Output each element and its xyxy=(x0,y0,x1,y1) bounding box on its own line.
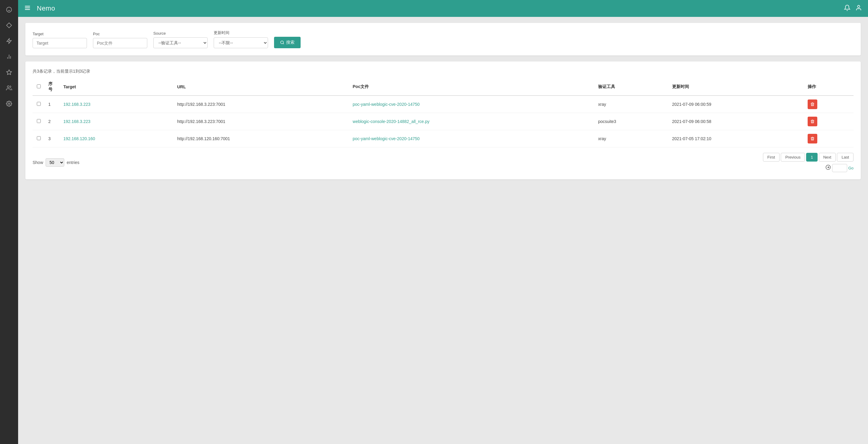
source-filter-group: Source --验证工具-- xray pocsuite3 其他 xyxy=(153,31,208,48)
svg-point-0 xyxy=(7,7,12,12)
goto-input[interactable] xyxy=(832,164,847,172)
table-footer: Show 10 25 50 100 entries First Previous… xyxy=(33,153,854,172)
row-checkbox-1[interactable] xyxy=(37,119,41,123)
search-button[interactable]: 搜索 xyxy=(274,37,301,48)
previous-page-button[interactable]: Previous xyxy=(781,153,805,162)
delete-button-1[interactable] xyxy=(808,117,817,126)
svg-point-11 xyxy=(858,5,860,7)
table-row: 2 192.168.3.223 http://192.168.3.223:700… xyxy=(33,113,854,130)
show-entries: Show 10 25 50 100 entries xyxy=(33,158,80,167)
last-page-button[interactable]: Last xyxy=(837,153,854,162)
current-page-button[interactable]: 1 xyxy=(806,153,817,162)
page-content: Target Poc Source --验证工具-- xray pocsuite… xyxy=(18,17,868,444)
pagination: First Previous 1 Next Last xyxy=(763,153,854,162)
table-row: 3 192.168.120.160 http://192.168.120.160… xyxy=(33,130,854,147)
row-num: 2 xyxy=(45,113,60,130)
table-card: 共3条记录，当前显示1到3记录 序号 Target URL Poc文件 验证工具… xyxy=(25,62,861,179)
col-tool: 验证工具 xyxy=(595,78,669,96)
col-poc: Poc文件 xyxy=(349,78,595,96)
entries-label: entries xyxy=(67,160,80,165)
entries-select[interactable]: 10 25 50 100 xyxy=(45,158,64,167)
delete-button-2[interactable] xyxy=(808,134,817,143)
row-checkbox-0[interactable] xyxy=(37,102,41,106)
svg-marker-3 xyxy=(7,23,12,28)
first-page-button[interactable]: First xyxy=(763,153,780,162)
notification-icon[interactable] xyxy=(844,4,850,13)
table-row: 1 192.168.3.223 http://192.168.3.223:700… xyxy=(33,96,854,113)
svg-line-13 xyxy=(283,43,284,44)
row-url: http://192.168.120.160:7001 xyxy=(174,130,349,147)
target-filter-group: Target xyxy=(33,32,87,48)
time-filter-group: 更新时间 --不限-- 最近1天 最近7天 最近30天 xyxy=(214,30,268,48)
row-tool: xray xyxy=(595,130,669,147)
row-poc[interactable]: weblogic-console-2020-14882_all_rce.py xyxy=(349,113,595,130)
row-checkbox-cell xyxy=(33,130,45,147)
col-target: Target xyxy=(60,78,174,96)
row-url: http://192.168.3.223:7001 xyxy=(174,113,349,130)
poc-input[interactable] xyxy=(93,38,147,48)
brand-title: Nemo xyxy=(37,4,55,12)
row-num: 1 xyxy=(45,96,60,113)
row-num: 3 xyxy=(45,130,60,147)
col-action: 操作 xyxy=(804,78,854,96)
row-action xyxy=(804,96,854,113)
row-target[interactable]: 192.168.3.223 xyxy=(60,113,174,130)
show-label: Show xyxy=(33,160,43,165)
delete-button-0[interactable] xyxy=(808,99,817,109)
lightning-icon[interactable] xyxy=(2,34,16,47)
user-icon[interactable] xyxy=(855,4,862,13)
row-target[interactable]: 192.168.3.223 xyxy=(60,96,174,113)
col-time: 更新时间 xyxy=(669,78,804,96)
source-select[interactable]: --验证工具-- xray pocsuite3 其他 xyxy=(153,37,208,48)
select-all-header xyxy=(33,78,45,96)
target-label: Target xyxy=(33,32,87,36)
col-url: URL xyxy=(174,78,349,96)
target-input[interactable] xyxy=(33,38,87,48)
row-action xyxy=(804,113,854,130)
goto-button[interactable]: Go xyxy=(848,166,854,170)
filter-card: Target Poc Source --验证工具-- xray pocsuite… xyxy=(25,23,861,56)
pagination-goto-wrapper: First Previous 1 Next Last Go xyxy=(763,153,854,172)
data-table: 序号 Target URL Poc文件 验证工具 更新时间 操作 1 192.1… xyxy=(33,78,854,147)
right-icons xyxy=(844,4,862,13)
poc-label: Poc xyxy=(93,32,147,36)
svg-point-6 xyxy=(7,86,9,88)
table-summary: 共3条记录，当前显示1到3记录 xyxy=(33,69,854,74)
filter-row: Target Poc Source --验证工具-- xray pocsuite… xyxy=(33,30,854,48)
row-poc[interactable]: poc-yaml-weblogic-cve-2020-14750 xyxy=(349,96,595,113)
star-icon[interactable] xyxy=(2,66,16,79)
table-body: 1 192.168.3.223 http://192.168.3.223:700… xyxy=(33,96,854,147)
sidebar xyxy=(0,0,18,444)
table-header-row: 序号 Target URL Poc文件 验证工具 更新时间 操作 xyxy=(33,78,854,96)
svg-point-12 xyxy=(281,41,283,44)
settings-icon[interactable] xyxy=(2,97,16,110)
row-poc[interactable]: poc-yaml-weblogic-cve-2020-14750 xyxy=(349,130,595,147)
goto-icon xyxy=(826,165,831,172)
row-tool: xray xyxy=(595,96,669,113)
row-checkbox-cell xyxy=(33,96,45,113)
row-time: 2021-07-09 06:00:59 xyxy=(669,96,804,113)
row-target[interactable]: 192.168.120.160 xyxy=(60,130,174,147)
goto-row: Go xyxy=(826,164,854,172)
select-all-checkbox[interactable] xyxy=(37,84,41,88)
diamond-icon[interactable] xyxy=(2,19,16,32)
source-label: Source xyxy=(153,31,208,36)
row-url: http://192.168.3.223:7001 xyxy=(174,96,349,113)
col-num: 序号 xyxy=(45,78,60,96)
row-time: 2021-07-05 17:02:10 xyxy=(669,130,804,147)
menu-icon[interactable] xyxy=(24,4,31,13)
people-icon[interactable] xyxy=(2,81,16,95)
main-wrapper: Nemo Target Poc Sou xyxy=(18,0,868,444)
svg-marker-5 xyxy=(7,70,12,75)
svg-marker-4 xyxy=(7,39,11,44)
row-checkbox-cell xyxy=(33,113,45,130)
time-label: 更新时间 xyxy=(214,30,268,36)
next-page-button[interactable]: Next xyxy=(819,153,836,162)
time-select[interactable]: --不限-- 最近1天 最近7天 最近30天 xyxy=(214,37,268,48)
row-checkbox-2[interactable] xyxy=(37,136,41,140)
palette-icon[interactable] xyxy=(2,3,16,16)
topnav: Nemo xyxy=(18,0,868,17)
bolt-icon[interactable] xyxy=(2,50,16,63)
poc-filter-group: Poc xyxy=(93,32,147,48)
row-tool: pocsuite3 xyxy=(595,113,669,130)
